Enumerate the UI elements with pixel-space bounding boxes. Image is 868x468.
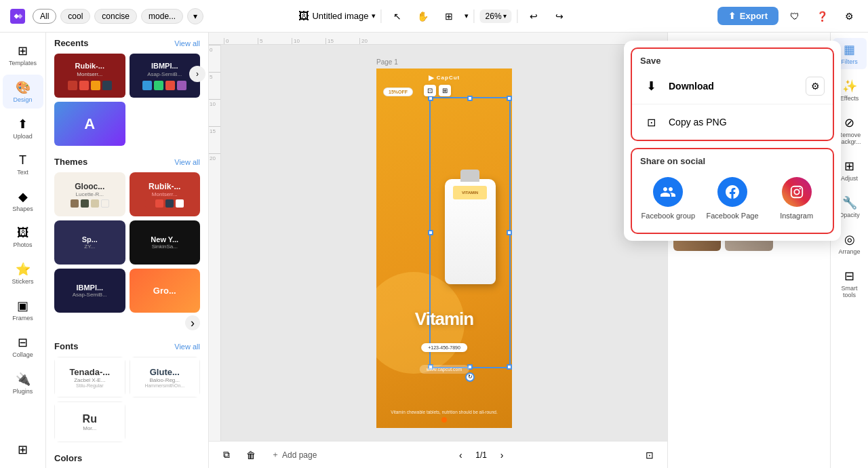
- themes-view-all[interactable]: View all: [174, 158, 200, 166]
- font-card-2[interactable]: Ru Mor...: [54, 402, 125, 442]
- tag-cool[interactable]: cool: [60, 9, 90, 24]
- social-item-fb-page[interactable]: Facebook Page: [702, 172, 764, 226]
- canvas-bottom-bar: ⧉ 🗑 ＋ Add page ‹ 1/1 › ⊡: [209, 441, 667, 468]
- text-icon: T: [19, 153, 26, 168]
- title-icon: 🖼: [298, 10, 309, 22]
- settings-button[interactable]: ⚙: [838, 5, 860, 27]
- copy-page-button[interactable]: ⧉: [217, 446, 236, 465]
- add-page-label: Add page: [282, 450, 317, 460]
- canvas-website: www.capcut.com: [420, 365, 469, 374]
- design-icon: 🎨: [16, 80, 31, 95]
- total-pages: 1: [482, 450, 487, 460]
- canvas-viewport[interactable]: Page 1 ▶ CapCut 15%OFF VI: [221, 45, 667, 441]
- pointer-tool-button[interactable]: ↖: [387, 6, 408, 26]
- canvas-area: 0 5 10 15 20 0 5 10 15 20 Page 1: [209, 33, 667, 468]
- left-sidebar: ⊞ Templates 🎨 Design ⬆ Upload T Text ◆ S…: [0, 33, 46, 468]
- recent-sub-0: Montserr...: [77, 71, 102, 77]
- help-button[interactable]: ❓: [811, 5, 833, 27]
- canvas-design[interactable]: ▶ CapCut 15%OFF VITAMIN: [376, 69, 512, 428]
- colors-title: Colors: [54, 453, 82, 463]
- themes-title: Themes: [54, 157, 87, 167]
- tag-mode[interactable]: mode...: [141, 9, 183, 24]
- recent-card-0[interactable]: Rubik-... Montserr...: [54, 54, 125, 98]
- remove-bg-icon: ⊘: [844, 115, 854, 130]
- fit-page-button[interactable]: ⊡: [640, 446, 659, 465]
- canvas-brand: ▶ CapCut: [429, 74, 460, 81]
- plugins-icon: 🔌: [16, 372, 31, 387]
- templates-icon: ⊞: [18, 43, 28, 58]
- copy-as-png-item[interactable]: ⊡ Copy as PNG: [632, 104, 833, 140]
- title-dropdown-arrow[interactable]: ▾: [372, 12, 376, 20]
- download-settings-icon: ⚙: [811, 81, 820, 92]
- themes-scroll-next[interactable]: ›: [185, 315, 200, 330]
- delete-page-button[interactable]: 🗑: [241, 446, 260, 465]
- layout-dropdown[interactable]: ▾: [465, 12, 469, 20]
- fonts-title: Fonts: [54, 341, 78, 351]
- filters-label: Filters: [841, 58, 858, 65]
- sidebar-item-plugins[interactable]: 🔌 Plugins: [3, 366, 43, 400]
- recent-name-2: A: [84, 115, 95, 133]
- canvas-dot-indicator: [441, 417, 447, 423]
- canvas-action-bar: ⊡ ⊞: [424, 85, 451, 96]
- sidebar-item-templates[interactable]: ⊞ Templates: [3, 38, 43, 72]
- recents-header: Recents View all: [54, 38, 200, 48]
- hand-tool-button[interactable]: ✋: [413, 6, 433, 26]
- crop-button[interactable]: ⊡: [424, 85, 436, 96]
- share-section: Share on social Facebook group: [631, 148, 834, 234]
- social-grid: Facebook group Facebook Page: [632, 172, 833, 233]
- add-page-button[interactable]: ＋ Add page: [266, 446, 322, 465]
- recent-card-2[interactable]: A: [54, 102, 125, 146]
- sidebar-item-text[interactable]: T Text: [3, 148, 43, 181]
- theme-card-5[interactable]: Gro...: [130, 269, 201, 313]
- font-card-1[interactable]: Glute... Baloo-Reg... HammersmithOn...: [130, 357, 201, 397]
- redo-button[interactable]: ↪: [549, 6, 570, 26]
- right-sidebar-item-arrange[interactable]: ⊟ Smart tools: [833, 265, 867, 303]
- sidebar-item-frames[interactable]: ▣ Frames: [3, 293, 43, 327]
- left-panel: Recents View all Rubik-... Montserr...: [46, 33, 209, 468]
- recent-scroll-next[interactable]: ›: [189, 66, 205, 82]
- app-logo[interactable]: [8, 7, 27, 26]
- sidebar-item-collage[interactable]: ⊟ Collage: [3, 330, 43, 364]
- tag-concise[interactable]: concise: [94, 9, 137, 24]
- tag-more-button[interactable]: ▾: [187, 8, 203, 24]
- theme-card-1[interactable]: Rubik-... Montserr...: [130, 172, 201, 216]
- theme-card-2[interactable]: Sp... ZY...: [54, 220, 125, 265]
- ruler-vertical: 0 5 10 15 20: [209, 45, 221, 441]
- canvas-bottom-left: ⧉ 🗑 ＋ Add page: [217, 446, 322, 465]
- theme-card-0[interactable]: Glooc... Lucette-R...: [54, 172, 125, 216]
- instagram-label: Instagram: [780, 211, 813, 220]
- download-settings-button[interactable]: ⚙: [806, 77, 825, 96]
- sidebar-item-design[interactable]: 🎨 Design: [3, 75, 43, 109]
- ai-button[interactable]: ⊞: [439, 85, 451, 96]
- download-item[interactable]: ⬇ Download ⚙: [632, 70, 833, 104]
- fonts-header: Fonts View all: [54, 341, 200, 351]
- facebook-group-icon: [653, 177, 683, 207]
- sidebar-item-photos[interactable]: 🖼 Photos: [3, 220, 43, 254]
- font-card-0[interactable]: Tenada-... Zacbel X-E... Stilu-Regular: [54, 357, 125, 397]
- zoom-control[interactable]: 26% ▾: [480, 9, 512, 23]
- rotate-handle[interactable]: ↻: [465, 372, 475, 382]
- opacity-label: Arrange: [838, 248, 860, 255]
- sidebar-item-table[interactable]: ⊞: [3, 437, 43, 463]
- social-item-instagram[interactable]: Instagram: [766, 172, 827, 226]
- export-dropdown-panel: Save ⬇ Download ⚙ ⊡ Copy as PNG Share on…: [624, 41, 841, 241]
- prev-page-button[interactable]: ‹: [451, 446, 470, 465]
- sidebar-item-upload[interactable]: ⬆ Upload: [3, 111, 43, 145]
- social-item-fb-group[interactable]: Facebook group: [637, 172, 699, 226]
- fonts-view-all[interactable]: View all: [174, 343, 200, 351]
- themes-header: Themes View all: [54, 157, 200, 167]
- sidebar-item-shapes[interactable]: ◆ Shapes: [3, 184, 43, 218]
- tag-all[interactable]: All: [33, 9, 56, 24]
- recents-view-all[interactable]: View all: [174, 39, 200, 47]
- next-page-button[interactable]: ›: [492, 446, 511, 465]
- undo-button[interactable]: ↩: [524, 6, 544, 26]
- export-button[interactable]: ⬆ Export: [717, 7, 778, 25]
- themes-grid: Glooc... Lucette-R... Rubik-... Montse: [54, 172, 200, 313]
- layout-tool-button[interactable]: ⊞: [439, 6, 459, 26]
- sidebar-item-stickers[interactable]: ⭐ Stickers: [3, 256, 43, 290]
- effects-icon: ✨: [842, 79, 857, 94]
- shield-button[interactable]: 🛡: [784, 5, 806, 27]
- theme-card-4[interactable]: IBMPl... Asap-SemiB...: [54, 269, 125, 313]
- current-page: 1: [475, 450, 480, 460]
- theme-card-3[interactable]: New Y... SinkinSa...: [130, 220, 201, 265]
